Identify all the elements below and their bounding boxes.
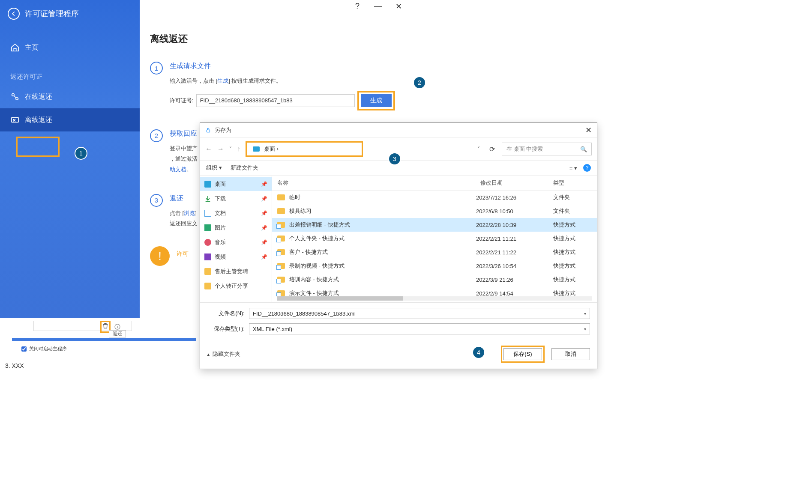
folder-icon (204, 283, 211, 289)
autostart-checkbox[interactable] (21, 346, 27, 352)
sidebar-item-online-return[interactable]: 在线返还 (0, 85, 140, 108)
help-doc-link[interactable]: 助文档 (170, 166, 186, 173)
step-2-number: 2 (150, 129, 163, 142)
horizontal-scrollbar[interactable] (277, 296, 592, 301)
file-date: 2023/7/12 16:26 (476, 194, 549, 201)
refresh-icon[interactable]: ⟳ (485, 145, 499, 153)
download-icon (204, 195, 211, 202)
license-input[interactable] (196, 94, 355, 107)
cancel-button[interactable]: 取消 (551, 348, 590, 360)
pin-icon: 📌 (261, 210, 267, 216)
place-item[interactable]: 下载📌 (200, 192, 272, 206)
search-input[interactable]: 在 桌面 中搜索 🔍 (502, 143, 592, 155)
page-title: 离线返还 (150, 33, 407, 45)
save-as-title: 另存为 (215, 126, 231, 134)
file-name: 个人文件夹 - 快捷方式 (289, 235, 472, 242)
file-row[interactable]: 客户 - 快捷方式2022/2/21 11:22快捷方式 (272, 245, 597, 259)
file-name: 客户 - 快捷方式 (289, 248, 472, 256)
warning-text: 许可 (177, 250, 189, 257)
help-button[interactable]: ? (352, 2, 363, 11)
pin-icon: 📌 (261, 225, 267, 231)
generate-button[interactable]: 生成 (361, 94, 392, 107)
nav-arrows: ← → ˅ ↑ (205, 145, 240, 153)
file-type: 快捷方式 (553, 221, 592, 229)
folder-icon (277, 194, 285, 200)
back-icon[interactable] (8, 8, 20, 20)
dialog-close-button[interactable]: ✕ (585, 125, 592, 135)
folder-icon (277, 208, 285, 214)
warning-icon: ! (150, 246, 170, 266)
file-name: 临时 (289, 194, 472, 201)
dialog-help-icon[interactable]: ? (583, 164, 591, 172)
place-item[interactable]: 视频📌 (200, 250, 272, 264)
new-folder-button[interactable]: 新建文件夹 (231, 164, 258, 172)
pic-icon (204, 224, 211, 231)
breadcrumb-dropdown-icon[interactable]: ˅ (475, 146, 482, 152)
file-type: 文件夹 (553, 207, 592, 215)
highlight-offline-return (16, 137, 60, 157)
browse-link[interactable]: 浏览 (184, 210, 195, 216)
place-label: 下载 (215, 195, 226, 203)
autostart-label: 关闭时启动主程序 (29, 346, 67, 352)
file-row[interactable]: 个人文件夹 - 快捷方式2022/2/21 11:21快捷方式 (272, 232, 597, 245)
organize-button[interactable]: 组织 ▾ (206, 164, 222, 172)
place-item[interactable]: 售后主管竞聘 (200, 265, 272, 278)
file-row[interactable]: 培训内容 - 快捷方式2022/3/9 21:26快捷方式 (272, 273, 597, 286)
annotation-badge-1: 1 (75, 148, 87, 159)
info-icon[interactable] (114, 323, 121, 330)
file-type: 快捷方式 (553, 262, 592, 270)
desktop-icon (204, 181, 211, 188)
place-item[interactable]: 图片📌 (200, 221, 272, 235)
file-row[interactable]: 模具练习2022/6/8 10:50文件夹 (272, 204, 597, 218)
filetype-input[interactable]: XML File (*.xml)▾ (249, 323, 590, 334)
place-item[interactable]: 桌面📌 (200, 177, 272, 191)
folder-icon (204, 268, 211, 275)
sidebar-item-home[interactable]: 主页 (0, 36, 140, 59)
search-icon: 🔍 (580, 146, 587, 152)
col-name[interactable]: 名称 (277, 179, 480, 187)
breadcrumb[interactable]: 桌面 › (246, 141, 363, 157)
nav-history-icon[interactable]: ˅ (229, 146, 232, 152)
place-label: 售后主管竞聘 (215, 268, 248, 275)
step-1-gen-link[interactable]: 生成 (217, 78, 228, 84)
breadcrumb-text: 桌面 › (264, 145, 279, 153)
place-label: 图片 (215, 224, 226, 232)
video-icon (204, 253, 211, 260)
hide-folders-toggle[interactable]: ▴ 隐藏文件夹 (207, 350, 240, 358)
file-date: 2022/3/26 10:54 (476, 263, 549, 269)
file-row[interactable]: 临时2023/7/12 16:26文件夹 (272, 191, 597, 204)
file-type: 文件夹 (553, 194, 592, 201)
col-type[interactable]: 类型 (553, 179, 592, 187)
sidebar-header: 许可证管理程序 (0, 0, 140, 26)
pin-icon: 📌 (261, 239, 267, 245)
trash-icon[interactable] (102, 322, 109, 329)
col-date[interactable]: 修改日期 (480, 179, 553, 187)
offline-return-icon (10, 115, 20, 125)
save-button[interactable]: 保存(S) (503, 348, 542, 360)
close-button[interactable]: ✕ (393, 2, 404, 11)
nav-forward-icon[interactable]: → (217, 145, 224, 153)
view-mode-button[interactable]: ≡ ▾ (569, 165, 577, 171)
file-type: 快捷方式 (553, 289, 592, 296)
file-row[interactable]: 演示文件 - 快捷方式2022/2/9 14:54快捷方式 (272, 286, 597, 296)
fragment-blue-bar (12, 338, 196, 341)
sidebar-offline-return-label: 离线返还 (25, 116, 52, 125)
footnote: 3. XXX (5, 362, 24, 369)
place-item[interactable]: 个人转正分享 (200, 279, 272, 293)
nav-back-icon[interactable]: ← (205, 145, 212, 153)
file-row[interactable]: 出差报销明细 - 快捷方式2022/2/28 10:39快捷方式 (272, 218, 597, 232)
sidebar-item-offline-return[interactable]: 离线返还 (0, 108, 140, 131)
file-row[interactable]: 录制的视频 - 快捷方式2022/3/26 10:54快捷方式 (272, 259, 597, 273)
file-type: 快捷方式 (553, 235, 592, 242)
step-1-title: 生成请求文件 (170, 62, 407, 71)
filename-input[interactable]: FID__2180d680_18838908547_1b83.xml▾ (249, 308, 590, 319)
doc-icon (204, 210, 211, 217)
minimize-button[interactable]: — (373, 2, 383, 11)
place-item[interactable]: 文档📌 (200, 206, 272, 220)
nav-up-icon[interactable]: ↑ (237, 145, 240, 153)
annotation-badge-3: 3 (389, 153, 400, 164)
shortcut-icon (277, 263, 285, 269)
place-item[interactable]: 音乐📌 (200, 236, 272, 249)
place-label: 视频 (215, 253, 226, 261)
file-date: 2022/2/28 10:39 (476, 222, 549, 228)
